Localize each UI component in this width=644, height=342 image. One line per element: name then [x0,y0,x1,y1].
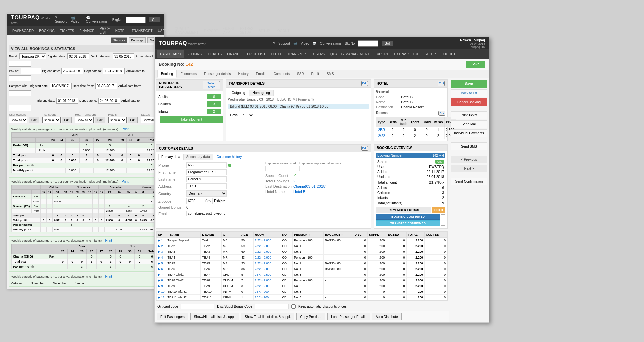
bg-nav-finance[interactable]: FINANCE [77,27,97,35]
rooms-edit-btn[interactable]: Edit [438,111,445,116]
nav-booking[interactable]: BOOKING [184,50,205,58]
deptfrom2-input[interactable] [95,83,117,89]
nav-finance[interactable]: FINANCE [224,50,244,58]
room-type-1[interactable]: 2BR [376,127,387,133]
bg-nav-tickets[interactable]: TICKETS [57,27,77,35]
arrivalfrom2-input[interactable] [9,90,31,96]
bigend-input[interactable] [61,68,83,74]
bg-nav-quality[interactable]: QUALITY MANAGEMENT [172,25,201,36]
print-link-4[interactable]: Print [105,275,112,278]
transports-select[interactable]: Show all [42,117,61,123]
tab-emails[interactable]: Emails [252,70,270,78]
tab-comments[interactable]: Comments [270,70,293,78]
transport-edit-btn[interactable]: Edit [361,81,368,86]
bg-nav-booking[interactable]: BOOKING [36,27,57,35]
days-select[interactable]: 7 [241,112,254,118]
print-link-1[interactable]: Print [122,127,129,131]
bg-nav-setup[interactable]: SETUP [256,27,273,35]
bg-nav-pricelist[interactable]: PRICE LIST [97,25,113,36]
load-pax-emails-btn[interactable]: Load Passenger Emails [327,313,370,320]
happiness-rep-input[interactable] [299,166,326,171]
customer-edit-btn[interactable]: Edit [361,146,368,151]
show-total-list-btn[interactable]: Show Total list of disc. & suppl. [241,313,294,320]
firstname-input[interactable] [186,169,227,175]
sidebar-save-btn[interactable]: Save [451,80,487,88]
arrivalfrom-input[interactable] [9,61,31,67]
brand-select[interactable]: Tourpaq DK [19,53,46,59]
nav-quality[interactable]: QUALITY MANAGEMENT [328,50,372,58]
happiness-overall-input[interactable] [265,166,292,171]
bg-nav-export[interactable]: EXPORT [201,27,221,35]
hotels-select[interactable]: Show all [108,117,127,123]
tab-profit[interactable]: Profit [308,70,323,78]
print-link-3[interactable]: Print [105,239,112,242]
go-btn[interactable]: Go! [382,41,392,46]
secondary-data-tab[interactable]: Secondary data [183,154,213,160]
nav-users[interactable]: USERS [311,50,328,58]
outgoing-tab[interactable]: Outgoing [228,90,249,96]
infants-count[interactable] [207,109,221,114]
last-dest-value[interactable]: Chania(03-01-2018) [293,184,326,188]
booking-confirmed-btn[interactable]: BOOKING CONFIRMED [376,214,440,220]
disc-suppl-input[interactable] [255,304,289,309]
copy-pnr-btn[interactable]: Copy Pnr data [296,313,325,320]
bg-nav-extras[interactable]: EXTRAS SETUP [237,25,256,36]
send-sms-btn[interactable]: Send SMS [451,142,487,150]
gift-card-input[interactable] [181,304,214,309]
bg-nav-dashboard[interactable]: DASHBOARD [10,27,36,35]
bg-nav-hotel[interactable]: HOTEL [113,27,129,35]
zipcode-input[interactable] [186,198,203,204]
tab-ssr[interactable]: SSR [293,70,308,78]
save-btn[interactable]: Save [466,61,485,68]
booking-confirmed-check[interactable] [441,214,445,219]
bookings-btn[interactable]: Bookings [129,37,146,43]
transports-edit[interactable]: Edit [62,117,72,123]
nav-logout[interactable]: LOGOUT [438,50,458,58]
transfer-confirmed-check[interactable] [441,221,445,226]
room-type-2[interactable]: 2/22 [376,133,387,139]
paxno-input[interactable] [21,68,41,74]
nav-extras[interactable]: EXTRAS SETUP [391,50,422,58]
homegoing-tab[interactable]: Homegoing [249,90,274,96]
nav-dashboard[interactable]: DASHBOARD [157,50,184,58]
cancel-booking-btn[interactable]: Cancel Booking [451,98,487,106]
bg-bkgno-input[interactable] [126,17,146,23]
send-mail-btn[interactable]: Send Mail [451,120,487,128]
nav-setup[interactable]: SETUP [422,50,438,58]
deptto-input[interactable] [103,68,125,74]
address-input[interactable] [186,183,227,189]
real-transports-select[interactable]: Show all [75,117,94,123]
keep-discount-check[interactable] [291,304,296,309]
bigstart2-input[interactable] [50,83,72,89]
next-btn[interactable]: Next > [451,165,487,172]
statistics-btn[interactable]: Statistics [111,37,127,43]
select-other-btn[interactable]: Select other [203,81,220,89]
nav-tickets[interactable]: TICKETS [205,50,224,58]
country-select[interactable]: Denmark [186,190,227,197]
tab-history[interactable]: History [235,70,252,78]
support-label[interactable]: Support [278,42,290,45]
show-hide-disc-btn[interactable]: Show/Hide all disc. & suppl. [190,313,239,320]
previous-btn[interactable]: < Previous [451,156,487,163]
nav-pricelist[interactable]: PRICE LIST [244,50,268,58]
hotel-edit-btn[interactable]: Edit [438,81,445,86]
send-confirmation-btn[interactable]: Send Confirmation [451,178,487,185]
city-input[interactable] [212,198,232,204]
bg-nav-guestapp[interactable]: GUEST APP [221,25,237,36]
real-transports-edit[interactable]: Edit [95,117,105,123]
sold-btn[interactable]: SOLD [432,207,445,213]
user-owners-select[interactable]: Show all [9,117,27,123]
auto-distribute-btn[interactable]: Auto Distribute [372,313,402,320]
bg-nav-transport[interactable]: TRANSPORT [129,27,155,35]
arrivalto2-input[interactable] [9,105,31,111]
print-ticket-btn[interactable]: Print Ticket [451,111,487,119]
tab-booking[interactable]: Booking [157,70,177,78]
tab-sms[interactable]: SMS [323,70,338,78]
children-count[interactable] [207,101,221,107]
deptfrom-input[interactable] [113,53,134,59]
print-link-2[interactable]: Print [122,180,129,183]
deptto2-input[interactable] [98,98,120,104]
email-input[interactable] [186,211,233,216]
tab-passenger-details[interactable]: Passenger details [200,70,235,78]
bigstart-input[interactable] [67,53,89,59]
